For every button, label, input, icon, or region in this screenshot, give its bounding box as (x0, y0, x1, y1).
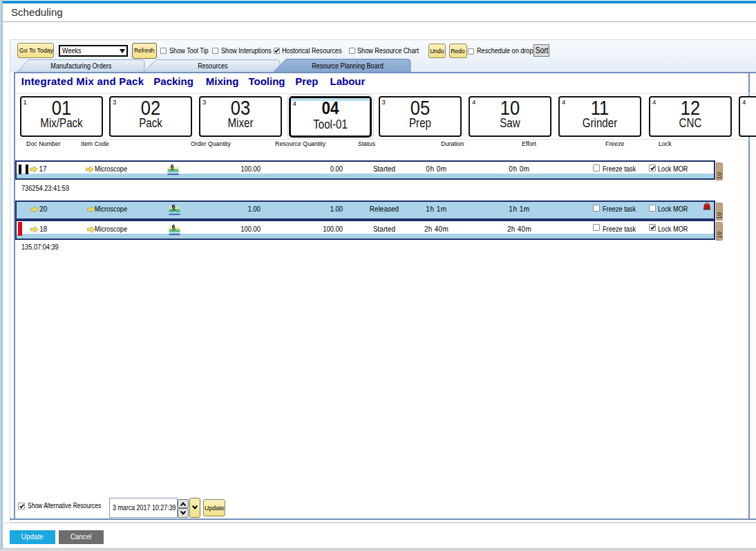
svg-text:6: 6 (170, 164, 173, 170)
svg-text:6: 6 (171, 204, 175, 210)
svg-text:6: 6 (171, 224, 175, 230)
